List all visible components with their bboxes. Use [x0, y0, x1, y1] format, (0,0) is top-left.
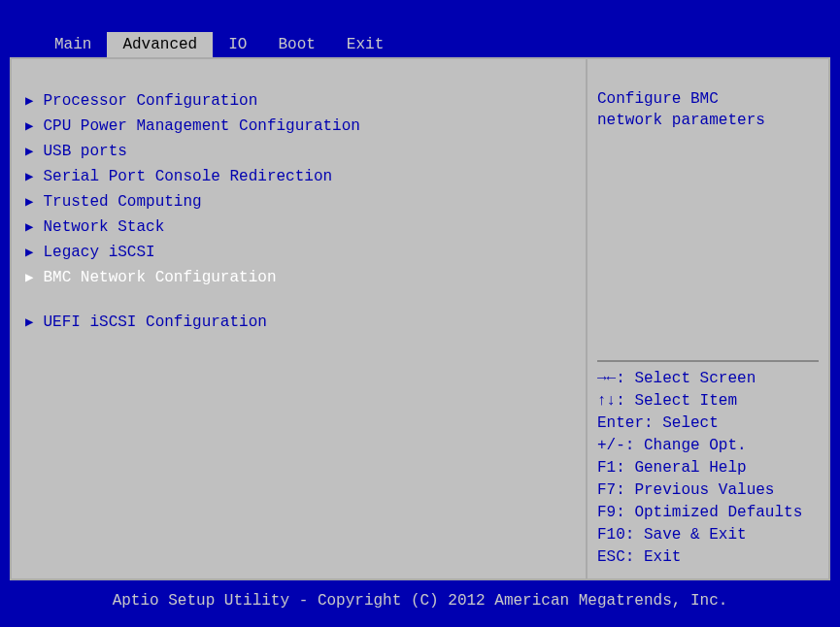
- tab-advanced[interactable]: Advanced: [107, 32, 213, 57]
- tab-bar: Main Advanced IO Boot Exit: [0, 24, 840, 57]
- keyhelp-general-help: F1: General Help: [597, 457, 819, 479]
- tab-main[interactable]: Main: [39, 32, 107, 57]
- menu-item-trusted-computing[interactable]: ▶ Trusted Computing: [12, 189, 586, 214]
- menu-item-label: USB ports: [43, 141, 126, 162]
- tab-io[interactable]: IO: [213, 32, 262, 57]
- keyhelp-change-opt: +/-: Change Opt.: [597, 435, 819, 457]
- submenu-arrow-icon: ▶: [25, 141, 33, 162]
- menu-item-cpu-power-management[interactable]: ▶ CPU Power Management Configuration: [12, 114, 586, 139]
- tab-boot[interactable]: Boot: [262, 32, 330, 57]
- menu-item-label: CPU Power Management Configuration: [43, 116, 359, 137]
- menu-item-bmc-network-configuration[interactable]: ▶ BMC Network Configuration: [12, 265, 586, 290]
- help-panel: Configure BMC network parameters →←: Sel…: [588, 59, 828, 578]
- keyhelp-exit: ESC: Exit: [597, 546, 819, 569]
- menu-item-usb-ports[interactable]: ▶ USB ports: [12, 139, 586, 164]
- menu-item-label: Processor Configuration: [43, 90, 257, 112]
- menu-item-label: Serial Port Console Redirection: [43, 166, 332, 187]
- submenu-arrow-icon: ▶: [25, 242, 33, 263]
- submenu-arrow-icon: ▶: [25, 312, 33, 333]
- footer-copyright: Aptio Setup Utility - Copyright (C) 2012…: [0, 580, 840, 627]
- help-divider: [597, 360, 819, 362]
- submenu-arrow-icon: ▶: [25, 90, 33, 112]
- menu-list: ▶ Processor Configuration ▶ CPU Power Ma…: [12, 59, 588, 578]
- keyhelp-select-item: ↑↓: Select Item: [597, 390, 819, 412]
- submenu-arrow-icon: ▶: [25, 267, 33, 288]
- keyhelp-select-screen: →←: Select Screen: [597, 368, 819, 390]
- keyhelp-save-exit: F10: Save & Exit: [597, 524, 819, 546]
- menu-item-label: BMC Network Configuration: [43, 267, 276, 288]
- submenu-arrow-icon: ▶: [25, 166, 33, 187]
- help-description-line: network parameters: [597, 110, 819, 131]
- keyhelp-select: Enter: Select: [597, 412, 819, 435]
- menu-divider: [12, 290, 586, 310]
- keyhelp-optimized-defaults: F9: Optimized Defaults: [597, 502, 819, 524]
- menu-item-uefi-iscsi[interactable]: ▶ UEFI iSCSI Configuration: [12, 310, 586, 335]
- main-panel: ▶ Processor Configuration ▶ CPU Power Ma…: [10, 57, 830, 580]
- menu-item-legacy-iscsi[interactable]: ▶ Legacy iSCSI: [12, 240, 586, 265]
- menu-item-serial-port-console[interactable]: ▶ Serial Port Console Redirection: [12, 164, 586, 189]
- submenu-arrow-icon: ▶: [25, 216, 33, 238]
- menu-item-label: Network Stack: [43, 216, 164, 238]
- submenu-arrow-icon: ▶: [25, 116, 33, 137]
- menu-item-label: Trusted Computing: [43, 191, 201, 213]
- menu-item-network-stack[interactable]: ▶ Network Stack: [12, 214, 586, 240]
- tab-exit[interactable]: Exit: [331, 32, 399, 57]
- submenu-arrow-icon: ▶: [25, 191, 33, 213]
- help-spacer: [597, 131, 819, 356]
- menu-item-processor-configuration[interactable]: ▶ Processor Configuration: [12, 88, 586, 114]
- help-description-line: Configure BMC: [597, 88, 819, 110]
- bios-screen: Main Advanced IO Boot Exit ▶ Processor C…: [0, 0, 840, 627]
- menu-item-label: UEFI iSCSI Configuration: [43, 312, 266, 333]
- menu-item-label: Legacy iSCSI: [43, 242, 154, 263]
- keyhelp-previous-values: F7: Previous Values: [597, 479, 819, 502]
